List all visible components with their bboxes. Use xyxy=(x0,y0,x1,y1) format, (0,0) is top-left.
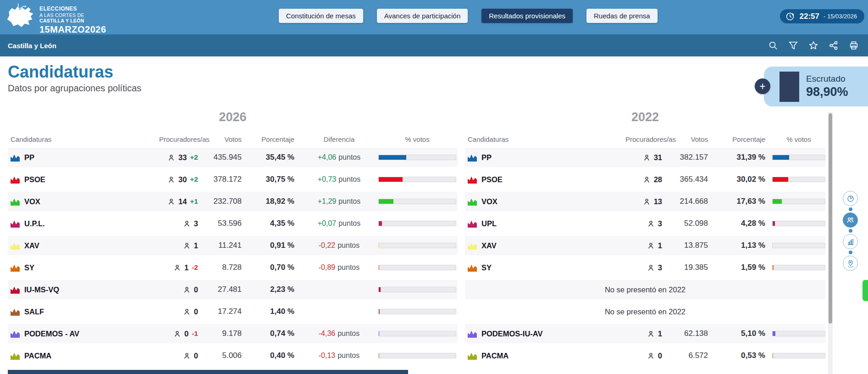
party-crown-icon xyxy=(468,242,477,250)
party-name-cell: IU-MS-VQ xyxy=(8,285,159,294)
votes-bar-cell xyxy=(377,309,458,314)
main-navigation: Constitución de mesas Avances de partici… xyxy=(279,9,658,23)
party-row: IU-MS-VQ027.4812,23 % xyxy=(8,280,458,299)
nav-ruedas-de-prensa[interactable]: Ruedas de prensa xyxy=(586,9,658,23)
party-crown-icon xyxy=(468,220,477,228)
percent-votes-bar xyxy=(378,265,456,270)
percentage-value: 0,74 % xyxy=(249,329,301,338)
difference-unit: puntos xyxy=(337,241,359,249)
escrutado-progress-box xyxy=(780,72,799,102)
party-crown-icon xyxy=(11,286,20,294)
party-name-cell: PACMA xyxy=(8,352,159,360)
party-crown-icon xyxy=(11,154,20,162)
party-name: PODEMOS-IU-AV xyxy=(481,329,543,338)
party-name-cell: PP xyxy=(465,153,625,162)
difference-value: -4,36 xyxy=(319,329,335,337)
expand-button[interactable]: + xyxy=(755,78,770,94)
seats-cell: 0 xyxy=(159,307,205,316)
column-header-votes: Votos xyxy=(669,135,715,143)
nav-constitucion-de-mesas[interactable]: Constitución de mesas xyxy=(279,9,363,23)
seats-count: 3 xyxy=(658,263,662,272)
party-name: XAV xyxy=(24,241,39,250)
top-header-bar: ELECCIONES A LAS CORTES DE CASTILLA Y LE… xyxy=(0,0,868,34)
votes-value: 214.668 xyxy=(669,197,715,206)
party-name-cell: PODEMOS - AV xyxy=(8,329,159,338)
difference-unit: puntos xyxy=(337,329,359,337)
seats-count: 3 xyxy=(194,219,198,228)
percent-votes-bar xyxy=(378,155,456,160)
seats-cell: 30+2 xyxy=(159,175,205,184)
column-header-name: Candidaturas xyxy=(465,135,625,143)
search-icon[interactable] xyxy=(768,40,778,50)
party-name: VOX xyxy=(24,197,40,206)
nav-resultados-provisionales[interactable]: Resultados provisionales xyxy=(481,9,573,23)
percentage-value: 1,40 % xyxy=(249,307,301,316)
party-crown-icon xyxy=(11,220,20,228)
party-name: SY xyxy=(24,263,34,272)
seats-delta: -1 xyxy=(192,329,198,338)
percentage-value: 1,13 % xyxy=(715,241,772,250)
votes-bar-cell xyxy=(377,265,458,270)
party-crown-icon xyxy=(468,352,477,360)
votes-bar-cell xyxy=(772,155,825,160)
person-icon xyxy=(183,220,191,228)
party-name-cell: XAV xyxy=(465,241,625,250)
percentage-value: 35,45 % xyxy=(249,153,301,162)
votes-bar-cell xyxy=(377,243,458,248)
logo-election-date: 15MARZO2026 xyxy=(39,24,106,35)
party-row: SY319.3851,59 % xyxy=(465,258,825,277)
map-view-button[interactable] xyxy=(843,256,858,271)
percentage-value: 30,75 % xyxy=(249,175,301,184)
percent-votes-fill xyxy=(379,309,380,314)
percent-votes-bar xyxy=(378,287,456,292)
results-table-2022: 2022 CandidaturasProcuradores/asVotosPor… xyxy=(465,110,825,368)
share-icon[interactable] xyxy=(829,40,839,50)
table-header-row: CandidaturasProcuradores/asVotosPorcenta… xyxy=(465,130,825,148)
candidaturas-view-button[interactable] xyxy=(843,212,858,228)
difference-cell: +0,07puntos xyxy=(301,219,377,228)
person-icon xyxy=(183,286,191,294)
percent-votes-fill xyxy=(773,331,775,336)
party-name: PACMA xyxy=(481,352,509,360)
party-crown-icon xyxy=(11,176,20,184)
percent-votes-bar xyxy=(772,155,825,160)
votes-value: 435.945 xyxy=(205,153,249,162)
filter-icon[interactable] xyxy=(788,40,798,50)
seats-cell: 0 xyxy=(159,352,205,360)
votes-bar-cell xyxy=(772,353,825,358)
votes-value: 365.434 xyxy=(669,175,715,184)
percent-votes-fill xyxy=(379,287,381,292)
column-header-seats: Procuradores/as xyxy=(625,135,669,143)
print-icon[interactable] xyxy=(849,40,859,50)
donut-chart-view-button[interactable] xyxy=(843,191,858,206)
party-crown-icon xyxy=(468,198,477,206)
bar-chart-view-button[interactable] xyxy=(843,234,858,249)
party-name-cell: U.P.L. xyxy=(8,219,159,228)
nav-avances-de-participacion[interactable]: Avances de participación xyxy=(377,9,468,23)
votes-value: 52.098 xyxy=(669,219,715,228)
seats-count: 33 xyxy=(178,153,187,162)
edge-widget-tab[interactable] xyxy=(862,280,868,301)
votes-bar-cell xyxy=(377,353,458,358)
seats-cell: 3 xyxy=(159,219,205,228)
escrutado-value: 98,90% xyxy=(806,85,848,99)
party-name: IU-MS-VQ xyxy=(24,285,59,294)
column-header-diff: Diferencia xyxy=(301,135,377,143)
party-name-cell: PSOE xyxy=(8,175,159,184)
party-name: SY xyxy=(481,263,492,272)
seats-count: 1 xyxy=(658,329,662,338)
last-update-clock[interactable]: 22:57 - 15/03/2026 xyxy=(780,9,864,23)
logo-line1: ELECCIONES xyxy=(39,6,106,12)
difference-value: +0,73 xyxy=(318,175,336,183)
party-crown-icon xyxy=(468,264,477,272)
percent-votes-bar xyxy=(378,353,456,358)
person-icon xyxy=(643,176,651,184)
star-icon[interactable] xyxy=(808,40,818,50)
region-toolbar: Castilla y León xyxy=(0,34,868,56)
view-switcher-toolbar xyxy=(843,191,858,271)
percent-votes-fill xyxy=(773,155,789,160)
seats-cell: 3 xyxy=(625,219,669,228)
vertical-scrollbar-thumb[interactable] xyxy=(829,113,832,324)
party-row: PODEMOS-IU-AV162.1385,10 % xyxy=(465,324,825,343)
map-pin-icon xyxy=(846,259,855,268)
